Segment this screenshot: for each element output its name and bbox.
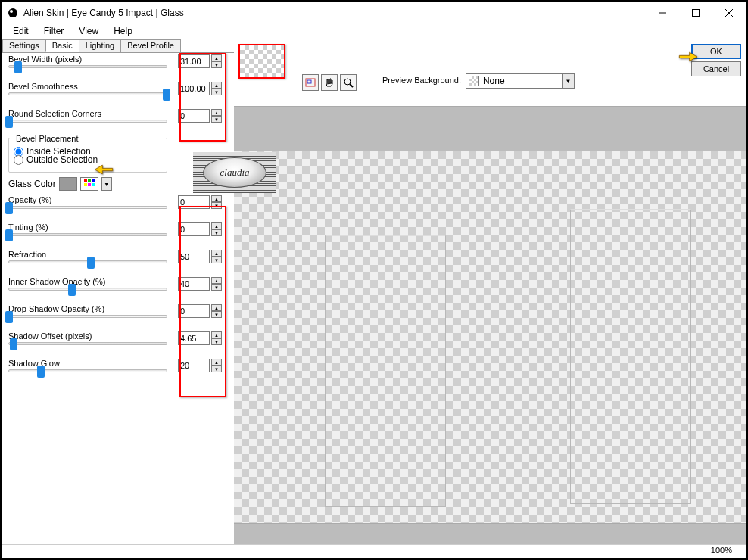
slider-thumb[interactable] (5, 202, 13, 214)
window-title: Alien Skin | Eye Candy 5 Impact | Glass (23, 8, 646, 18)
maximize-button[interactable] (679, 2, 712, 23)
menu-edit[interactable]: Edit (7, 26, 35, 36)
bevel-width-spinner[interactable]: ▲▼ (211, 54, 222, 68)
param-refraction: Refraction ▲▼ (8, 250, 228, 275)
tinting-slider[interactable] (8, 233, 167, 236)
param-bevel-width: Bevel Width (pixels) ▲▼ (8, 54, 228, 80)
preview-bottom-bar (234, 523, 746, 544)
preview-bg-label: Preview Background: (382, 76, 461, 85)
tinting-input[interactable] (178, 222, 210, 236)
refraction-input[interactable] (178, 250, 210, 263)
statusbar: 100% (2, 544, 746, 558)
tab-settings[interactable]: Settings (2, 39, 46, 52)
preview-thumbnail[interactable] (238, 44, 285, 79)
preview-shape (570, 209, 691, 504)
param-tinting: Tinting (%) ▲▼ (8, 222, 228, 248)
drop-shadow-spinner[interactable]: ▲▼ (211, 304, 222, 318)
bevel-placement-title: Bevel Placement (14, 134, 81, 143)
parameters-panel: Settings Basic Lighting Bevel Profile Be… (2, 39, 234, 544)
shadow-offset-spinner[interactable]: ▲▼ (211, 331, 222, 345)
param-round-corners: Round Selection Corners ▲▼ (8, 109, 228, 135)
slider-thumb[interactable] (5, 229, 13, 241)
shadow-glow-input[interactable] (178, 359, 210, 372)
opacity-spinner[interactable]: ▲▼ (211, 195, 222, 209)
titlebar: Alien Skin | Eye Candy 5 Impact | Glass (2, 2, 746, 23)
tab-bevel-profile[interactable]: Bevel Profile (120, 39, 181, 52)
opacity-input[interactable] (178, 195, 210, 209)
slider-thumb[interactable] (14, 61, 22, 73)
param-shadow-glow: Shadow Glow ▲▼ (8, 359, 228, 384)
tabs: Settings Basic Lighting Bevel Profile (2, 39, 234, 53)
svg-line-15 (350, 84, 353, 87)
slider-thumb[interactable] (68, 284, 76, 296)
shadow-glow-slider[interactable] (8, 369, 167, 372)
bevel-smoothness-spinner[interactable]: ▲▼ (211, 82, 222, 95)
opacity-slider[interactable] (8, 206, 167, 209)
slider-thumb[interactable] (5, 116, 13, 128)
param-inner-shadow: Inner Shadow Opacity (%) ▲▼ (8, 277, 228, 303)
radio-outside-input[interactable] (14, 155, 23, 165)
svg-rect-3 (693, 9, 700, 16)
svg-rect-9 (84, 183, 87, 186)
hand-tool[interactable] (321, 74, 338, 91)
round-corners-slider[interactable] (8, 120, 167, 123)
param-shadow-offset: Shadow Offset (pixels) ▲▼ (8, 331, 228, 357)
radio-outside-label: Outside Selection (26, 154, 98, 165)
svg-rect-7 (88, 179, 91, 182)
svg-point-14 (344, 79, 351, 85)
slider-thumb[interactable] (10, 338, 17, 350)
svg-rect-11 (92, 183, 95, 186)
svg-rect-8 (92, 179, 95, 182)
menubar: Edit Filter View Help (2, 23, 746, 39)
radio-outside-selection[interactable]: Outside Selection (14, 154, 162, 165)
bevel-width-slider[interactable] (8, 65, 167, 68)
refraction-spinner[interactable]: ▲▼ (211, 250, 222, 263)
inner-shadow-slider[interactable] (8, 288, 167, 291)
glass-color-swatch[interactable] (59, 177, 77, 191)
tinting-spinner[interactable]: ▲▼ (211, 222, 222, 236)
annotation-hand-icon (93, 162, 114, 177)
menu-filter[interactable]: Filter (38, 26, 70, 36)
menu-view[interactable]: View (73, 26, 104, 36)
drop-shadow-slider[interactable] (8, 315, 167, 318)
slider-thumb[interactable] (5, 311, 13, 323)
tab-lighting[interactable]: Lighting (79, 39, 122, 52)
preview-bg-value: None (483, 76, 505, 86)
refraction-slider[interactable] (8, 260, 167, 263)
slider-thumb[interactable] (87, 257, 95, 269)
svg-rect-10 (88, 183, 91, 186)
tab-basic[interactable]: Basic (45, 39, 79, 52)
preview-bg-select[interactable]: None ▼ (466, 73, 575, 89)
shadow-offset-input[interactable] (178, 331, 210, 345)
slider-thumb[interactable] (37, 366, 45, 378)
app-icon (7, 7, 19, 19)
glass-color-palette-button[interactable] (80, 177, 98, 191)
glass-color-label: Glass Color (8, 179, 56, 189)
content-area: Settings Basic Lighting Bevel Profile Be… (2, 39, 746, 544)
drop-shadow-input[interactable] (178, 304, 210, 318)
close-button[interactable] (712, 2, 746, 23)
window-frame: Alien Skin | Eye Candy 5 Impact | Glass … (0, 0, 748, 560)
inner-shadow-input[interactable] (178, 277, 210, 291)
navigator-tool[interactable] (302, 74, 319, 91)
menu-help[interactable]: Help (108, 26, 139, 36)
shadow-offset-slider[interactable] (8, 342, 167, 345)
zoom-tool[interactable] (340, 74, 357, 91)
preview-canvas[interactable] (234, 151, 746, 523)
param-drop-shadow: Drop Shadow Opacity (%) ▲▼ (8, 304, 228, 330)
preview-toolbar: Preview Background: None ▼ OK Cancel (234, 39, 746, 106)
inner-shadow-spinner[interactable]: ▲▼ (211, 277, 222, 291)
shadow-glow-spinner[interactable]: ▲▼ (211, 359, 222, 372)
param-bevel-smoothness: Bevel Smoothness ▲▼ (8, 82, 228, 107)
bevel-smoothness-slider[interactable] (8, 92, 167, 95)
slider-thumb[interactable] (163, 89, 170, 101)
round-corners-spinner[interactable]: ▲▼ (211, 109, 222, 123)
svg-point-1 (10, 10, 13, 13)
tab-body: Bevel Width (pixels) ▲▼ Bevel Smoothness… (2, 53, 234, 387)
annotation-hand-icon (678, 49, 699, 64)
bevel-smoothness-input[interactable] (178, 82, 210, 95)
round-corners-input[interactable] (178, 109, 210, 123)
minimize-button[interactable] (646, 2, 679, 23)
bevel-width-input[interactable] (178, 54, 210, 68)
glass-color-dropdown[interactable]: ▼ (101, 177, 112, 191)
